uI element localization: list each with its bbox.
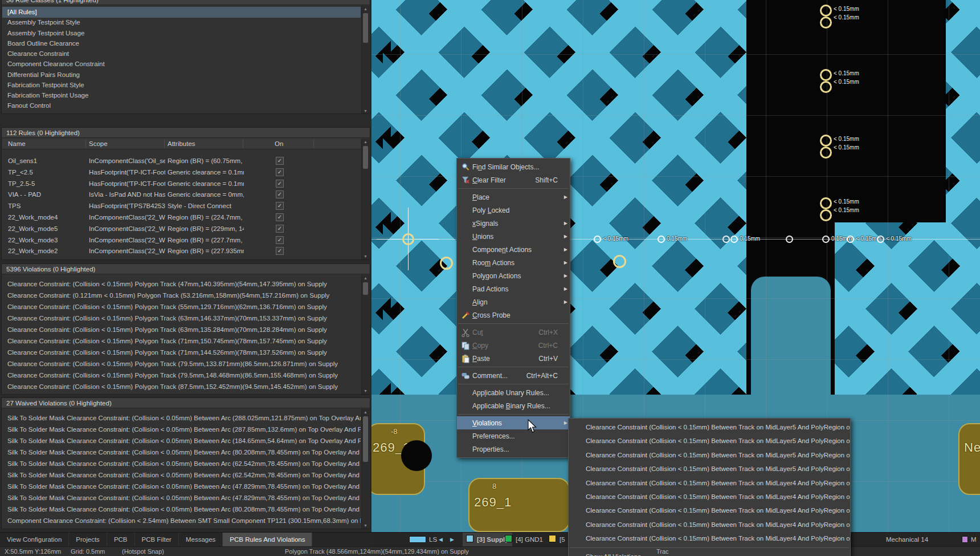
component-pad[interactable]: 1-8NetR2: [958, 423, 980, 495]
rule-row[interactable]: VIA - - PADIsVia - IsPad AND not HasF...…: [2, 189, 361, 200]
menu-item-component-actions[interactable]: Component Actions▶: [457, 243, 570, 256]
rule-row[interactable]: 22_Work_mode4InComponentClass('22_Wo...R…: [2, 212, 361, 223]
violation-marker-ring[interactable]: [786, 236, 793, 243]
layer-tab[interactable]: [4] GND1: [501, 533, 546, 547]
mechanical-layer-label[interactable]: Mechanical 14: [886, 533, 928, 547]
violation-item[interactable]: Clearance Constraint: (Collision < 0.15m…: [2, 359, 361, 370]
rule-enabled-checkbox[interactable]: ✓: [276, 190, 284, 198]
rule-class-item[interactable]: Assembly Testpoint Style: [2, 17, 361, 28]
rule-enabled-checkbox[interactable]: ✓: [276, 213, 284, 221]
menu-item-pad-actions[interactable]: Pad Actions▶: [457, 282, 570, 295]
rule-class-item[interactable]: Clearance Constraint: [2, 48, 361, 59]
pad-ring[interactable]: [820, 197, 832, 209]
panel-tab-projects[interactable]: Projects: [69, 533, 107, 547]
violation-item[interactable]: Clearance Constraint: (Collision < 0.15m…: [2, 279, 361, 290]
rule-class-item[interactable]: Assembly Testpoint Usage: [2, 28, 361, 39]
waived-violation-item[interactable]: Silk To Solder Mask Clearance Constraint…: [2, 424, 361, 435]
menu-item-align[interactable]: Align▶: [457, 295, 570, 309]
menu-item-unions[interactable]: Unions▶: [457, 230, 570, 243]
rule-enabled-checkbox[interactable]: ✓: [276, 225, 284, 233]
pad-ring[interactable]: [820, 5, 832, 17]
component-pad[interactable]: -8269_1: [371, 423, 425, 495]
rule-class-item[interactable]: [All Rules]: [2, 7, 361, 18]
rule-row[interactable]: 22_Work_mode2InComponentClass('22_Wo...R…: [2, 245, 361, 257]
violation-marker-ring[interactable]: [847, 236, 854, 243]
submenu-violation-item[interactable]: Clearance Constraint (Collision < 0.15mm…: [569, 476, 850, 490]
submenu-violation-item[interactable]: Clearance Constraint (Collision < 0.15mm…: [569, 531, 850, 545]
submenu-violation-item[interactable]: Clearance Constraint (Collision < 0.15mm…: [569, 518, 850, 531]
rule-row[interactable]: TP_2.5-5HasFootprint('TP-ICT-Footp...Gen…: [2, 178, 361, 189]
rules-scrollbar[interactable]: ▲▼: [361, 139, 369, 259]
ls-layer-swatch[interactable]: [409, 536, 426, 543]
pad-ring[interactable]: [820, 69, 832, 81]
rule-class-item[interactable]: Component Clearance Constraint: [2, 59, 361, 70]
panel-tab-pcb-filter[interactable]: PCB Filter: [135, 533, 179, 547]
pad-ring[interactable]: [820, 147, 832, 159]
violation-item[interactable]: Clearance Constraint: (Collision < 0.15m…: [2, 382, 361, 392]
rule-enabled-checkbox[interactable]: ✓: [276, 236, 284, 244]
submenu-violation-item[interactable]: Clearance Constraint (Collision < 0.15mm…: [569, 434, 850, 448]
layer-tab[interactable]: [5: [545, 533, 569, 547]
menu-item-preferences[interactable]: Preferences...: [457, 429, 570, 443]
violations-scrollbar[interactable]: ▲▼: [361, 275, 369, 394]
rule-enabled-checkbox[interactable]: ✓: [276, 180, 284, 188]
panel-tab-pcb-rules-and-violations[interactable]: PCB Rules And Violations: [223, 533, 312, 547]
violation-marker-ring[interactable]: [877, 236, 884, 243]
violation-item[interactable]: Clearance Constraint: (0.121mm < 0.15mm)…: [2, 290, 361, 301]
waived-violation-item[interactable]: Silk To Solder Mask Clearance Constraint…: [2, 413, 361, 424]
show-all-violations-item[interactable]: Show All Violations...: [569, 550, 850, 556]
rule-class-item[interactable]: Board Outline Clearance: [2, 38, 361, 49]
pad-ring[interactable]: [820, 135, 832, 147]
rule-row[interactable]: TPSHasFootprint('TPS7B4253Q...Style - Di…: [2, 200, 361, 212]
violation-marker-ring[interactable]: [658, 236, 665, 243]
waived-scrollbar[interactable]: ▲▼: [361, 409, 369, 529]
panel-tab-pcb[interactable]: PCB: [107, 533, 135, 547]
menu-item-paste[interactable]: PasteCtrl+V: [457, 352, 570, 365]
violation-item[interactable]: Clearance Constraint: (Collision < 0.15m…: [2, 336, 361, 347]
ls-label[interactable]: LS: [429, 533, 437, 547]
menu-item-polygon-actions[interactable]: Polygon Actions▶: [457, 269, 570, 282]
violation-item[interactable]: Clearance Constraint: (Collision < 0.15m…: [2, 302, 361, 313]
waived-violation-item[interactable]: Silk To Solder Mask Clearance Constraint…: [2, 458, 361, 469]
rule-class-item[interactable]: Fanout Control: [2, 100, 361, 111]
via-ring[interactable]: [613, 255, 626, 268]
panel-tab-view-configuration[interactable]: View Configuration: [0, 533, 69, 547]
component-pad[interactable]: 8269_1: [468, 478, 570, 532]
rule-row[interactable]: 22_Work_mode5InComponentClass('22_Wo...R…: [2, 223, 361, 234]
menu-item-place[interactable]: Place▶: [457, 190, 570, 204]
waived-violation-item[interactable]: Silk To Solder Mask Clearance Constraint…: [2, 481, 361, 492]
violation-item[interactable]: Clearance Constraint: (Collision < 0.15m…: [2, 324, 361, 335]
waived-violation-item[interactable]: Silk To Solder Mask Clearance Constraint…: [2, 504, 361, 515]
rule-enabled-checkbox[interactable]: ✓: [276, 168, 284, 176]
pad-ring[interactable]: [820, 81, 832, 93]
menu-item-applicable-unary-rules[interactable]: Applicable Unary Rules...: [457, 386, 570, 399]
menu-item-applicable-binary-rules[interactable]: Applicable Binary Rules...: [457, 399, 570, 412]
rule-class-item[interactable]: Differential Pairs Routing: [2, 70, 361, 80]
rule-row[interactable]: 22_Work_mode3InComponentClass('22_Wo...R…: [2, 234, 361, 246]
rule-enabled-checkbox[interactable]: ✓: [276, 157, 284, 165]
via-ring[interactable]: [440, 257, 453, 270]
waived-violation-item[interactable]: Silk To Solder Mask Clearance Constraint…: [2, 470, 361, 481]
menu-item-room-actions[interactable]: Room Actions▶: [457, 256, 570, 269]
pad-ring[interactable]: [820, 17, 832, 29]
violation-item[interactable]: Clearance Constraint: (Collision < 0.15m…: [2, 370, 361, 381]
violation-marker-ring[interactable]: [730, 236, 738, 243]
menu-item-comment[interactable]: Comment...Ctrl+Alt+C: [457, 369, 570, 382]
rules-column-header[interactable]: Scope: [89, 139, 108, 149]
rules-column-header[interactable]: Attributes: [168, 139, 195, 149]
menu-item-find-similar-objects[interactable]: Find Similar Objects...: [457, 160, 570, 173]
violation-marker-ring[interactable]: [722, 236, 730, 243]
rules-column-header[interactable]: Name: [8, 139, 26, 149]
violation-item[interactable]: Clearance Constraint: (Collision < 0.15m…: [2, 347, 361, 358]
waived-violation-item[interactable]: Silk To Solder Mask Clearance Constraint…: [2, 493, 361, 504]
menu-item-properties[interactable]: Properties...: [457, 443, 570, 456]
violation-marker-ring[interactable]: [594, 236, 601, 243]
rule-row[interactable]: Oil_sens1InComponentClass('Oil_sen...Reg…: [2, 155, 361, 167]
layer-scroll-left-icon[interactable]: ◀: [439, 533, 443, 547]
rule-class-item[interactable]: Fabrication Testpoint Style: [2, 80, 361, 91]
rule-enabled-checkbox[interactable]: ✓: [276, 247, 284, 255]
menu-item-poly-locked[interactable]: Poly Locked: [457, 204, 570, 217]
waived-violation-item[interactable]: Silk To Solder Mask Clearance Constraint…: [2, 447, 361, 458]
rule-enabled-checkbox[interactable]: ✓: [276, 202, 284, 210]
rule-row[interactable]: TP_<2.5HasFootprint('TP-ICT-Footp...Gene…: [2, 167, 361, 178]
